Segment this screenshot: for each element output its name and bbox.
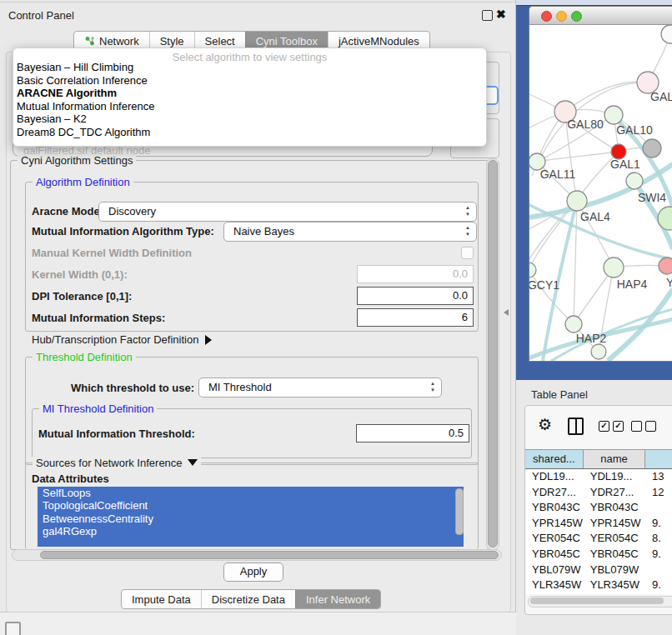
table-row[interactable]: YDR27...YDR27...12 <box>525 485 672 501</box>
network-node-label: GAL11 <box>540 168 576 181</box>
hub-definition-section[interactable]: Hub/Transcription Factor Definition <box>32 333 212 346</box>
network-node[interactable] <box>565 316 582 332</box>
expand-right-icon[interactable] <box>205 335 212 345</box>
data-attribute-item[interactable]: TopologicalCoefficient <box>38 499 464 512</box>
which-threshold-label: Which threshold to use: <box>71 382 194 394</box>
table-row[interactable]: YBL079WYBL079W <box>525 562 672 578</box>
table-cell: YBR043C <box>584 500 645 516</box>
column-header[interactable]: name <box>584 450 645 468</box>
tab-discretize-data[interactable]: Discretize Data <box>201 590 295 608</box>
splitpane-collapse-icon[interactable] <box>504 309 509 316</box>
minimize-traffic-icon[interactable] <box>556 11 567 22</box>
unchecked-box-icon <box>645 421 656 432</box>
attribute-list-scrollbar[interactable] <box>455 488 464 535</box>
table-cell: 9. <box>645 516 672 532</box>
network-view-window[interactable]: GALGAL80GAL10GAL1GAL11GAL4SWI4GCY1HAP4YH… <box>529 6 672 362</box>
column-header[interactable]: shared... <box>525 450 584 468</box>
network-edge[interactable] <box>574 201 577 324</box>
mi-type-value: Naive Bayes <box>233 225 294 238</box>
mi-steps-field[interactable]: 6 <box>357 308 474 327</box>
table-row[interactable]: YBR045CYBR045C9. <box>525 547 672 562</box>
table-row[interactable]: YPR145WYPR145W9. <box>525 516 672 532</box>
hub-definition-label: Hub/Transcription Factor Definition <box>32 333 198 346</box>
algorithm-option[interactable]: Dream8 DC_TDC Algorithm <box>16 126 484 139</box>
select-all-icon[interactable]: ✓ ✓ <box>599 421 624 432</box>
network-window-titlebar[interactable] <box>529 7 672 25</box>
table-cell: YBR045C <box>584 547 645 562</box>
table-cell: 9. <box>645 547 672 562</box>
network-node[interactable] <box>604 258 624 278</box>
tab-label: Style <box>160 35 184 48</box>
table-cell: 8. <box>645 531 672 547</box>
mi-threshold-group-title: MI Threshold Definition <box>39 402 157 415</box>
collapse-down-icon[interactable] <box>188 459 198 466</box>
close-traffic-icon[interactable] <box>541 11 552 22</box>
table-row[interactable]: YER054CYER054C8. <box>525 531 672 547</box>
table-cell: YPR145W <box>525 516 584 532</box>
stepper-arrows-icon: ▲▼ <box>429 380 436 393</box>
network-edge[interactable] <box>537 152 619 162</box>
network-node-label: GAL80 <box>567 118 604 131</box>
table-row[interactable]: YBR043CYBR043C <box>525 500 672 516</box>
kernel-width-field[interactable]: 0.0 <box>357 265 474 283</box>
table-hscrollbar-thumb[interactable] <box>530 598 664 604</box>
stepper-arrows-icon: ▲▼ <box>464 204 471 218</box>
float-window-icon[interactable] <box>482 10 493 21</box>
algorithm-option[interactable]: Bayesian – Hill Climbing <box>16 61 484 74</box>
tab-infer-network[interactable]: Infer Network <box>295 590 380 608</box>
mi-threshold-field[interactable]: 0.5 <box>356 424 469 442</box>
dpi-tolerance-field[interactable]: 0.0 <box>357 287 474 305</box>
table-cell: YIL052C <box>584 593 645 594</box>
zoom-traffic-icon[interactable] <box>571 11 582 22</box>
control-panel: Control Panel ✖ Network Style Select Cyn… <box>0 0 516 612</box>
network-node[interactable] <box>661 25 672 43</box>
algorithm-option[interactable]: Basic Correlation Inference <box>16 74 484 88</box>
network-node[interactable] <box>604 106 623 124</box>
data-attributes-list[interactable]: SelfLoopsTopologicalCoefficientBetweenne… <box>38 487 464 547</box>
aracne-mode-value: Discovery <box>108 205 156 218</box>
settings-scrollbar-thumb[interactable] <box>488 160 498 548</box>
gear-icon[interactable]: ⚙ <box>538 415 552 434</box>
network-node[interactable] <box>591 344 606 359</box>
table-row[interactable]: YIL052CYIL052C9 <box>525 593 672 594</box>
network-node[interactable] <box>643 139 661 158</box>
network-node[interactable] <box>529 262 536 278</box>
table-frame: ⚙ ✓ ✓ shared...nameYDL19...YDL19...13YDR… <box>524 405 672 615</box>
threshold-definition-title: Threshold Definition <box>33 351 136 363</box>
network-node[interactable] <box>659 258 672 274</box>
node-attribute-table[interactable]: shared...nameYDL19...YDL19...13YDR27...Y… <box>525 449 672 594</box>
aracne-mode-combo[interactable]: Discovery ▲▼ <box>98 202 477 222</box>
network-node-label: Y <box>666 276 672 289</box>
algorithm-option[interactable]: Mutual Information Inference <box>16 100 484 113</box>
table-row[interactable]: YDL19...YDL19...13 <box>525 469 672 485</box>
deselect-all-icon[interactable] <box>631 421 656 432</box>
network-node[interactable] <box>626 172 643 189</box>
which-threshold-combo[interactable]: MI Threshold ▲▼ <box>198 378 442 398</box>
table-cell: YBL079W <box>584 562 645 578</box>
data-attribute-item[interactable]: SelfLoops <box>38 487 464 499</box>
network-edge[interactable] <box>565 82 648 112</box>
network-node-label: GAL4 <box>580 210 610 223</box>
table-hscrollbar-track[interactable] <box>528 596 672 608</box>
apply-button[interactable]: Apply <box>223 562 283 582</box>
hidden-panel-icon[interactable] <box>5 622 21 635</box>
column-header[interactable] <box>645 450 672 468</box>
table-cell: 12 <box>645 485 672 501</box>
tab-impute-data[interactable]: Impute Data <box>122 590 201 608</box>
settings-hscrollbar-thumb[interactable] <box>40 551 499 559</box>
tab-label: Discretize Data <box>212 593 285 606</box>
table-row[interactable]: YLR345WYLR345W9. <box>525 578 672 593</box>
columns-icon[interactable] <box>568 418 584 435</box>
data-attribute-item[interactable]: BetweennessCentrality <box>38 512 464 525</box>
algorithm-option[interactable]: Bayesian – K2 <box>16 112 484 126</box>
sources-group-title: Sources for Network Inference <box>33 457 201 469</box>
mi-type-combo[interactable]: Naive Bayes ▲▼ <box>223 222 477 242</box>
algorithm-option[interactable]: ARACNE Algorithm <box>16 87 484 100</box>
manual-kernel-checkbox[interactable] <box>461 247 474 259</box>
network-canvas[interactable]: GALGAL80GAL10GAL1GAL11GAL4SWI4GCY1HAP4YH… <box>529 24 672 361</box>
close-icon[interactable]: ✖ <box>496 8 506 21</box>
mi-type-label: Mutual Information Algorithm Type: <box>32 225 214 238</box>
network-node[interactable] <box>567 191 587 211</box>
tab-label: Infer Network <box>306 593 370 606</box>
data-attribute-item[interactable]: gal4RGexp <box>38 525 464 538</box>
